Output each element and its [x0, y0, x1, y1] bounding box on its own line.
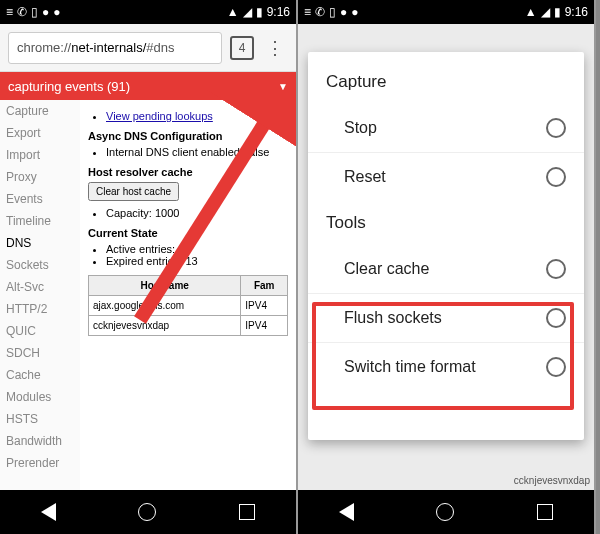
- main-panel: View pending lookups Async DNS Configura…: [80, 100, 296, 490]
- messenger-icon: ●: [340, 5, 347, 19]
- sidebar-item-proxy[interactable]: Proxy: [0, 166, 80, 188]
- status-bar: ≡ ✆ ▯ ● ● ▲ ◢ ▮ 9:16: [0, 0, 296, 24]
- list-icon: ≡: [304, 5, 311, 19]
- sim-icon: ▯: [329, 5, 336, 19]
- pending-lookups-link[interactable]: View pending lookups: [106, 110, 213, 122]
- omnibox-row: chrome://net-internals/#dns 4 ⋮: [0, 24, 296, 72]
- nav-recent-icon[interactable]: [239, 504, 255, 520]
- sidebar-item-cache[interactable]: Cache: [0, 364, 80, 386]
- menu-label: Flush sockets: [344, 309, 442, 327]
- url-field[interactable]: chrome://net-internals/#dns: [8, 32, 222, 64]
- capture-banner-text: capturing events (91): [8, 79, 130, 94]
- expired-entries: Expired entries: 13: [106, 255, 288, 267]
- menu-item-clear-cache[interactable]: Clear cache: [308, 245, 584, 293]
- sidebar-item-prerender[interactable]: Prerender: [0, 452, 80, 474]
- col-family: Fam: [241, 276, 288, 296]
- radio-icon: [546, 259, 566, 279]
- nav-back-icon[interactable]: [41, 503, 56, 521]
- sidebar-item-timeline[interactable]: Timeline: [0, 210, 80, 232]
- overflow-menu-icon[interactable]: ⋮: [262, 37, 288, 59]
- sidebar-item-http2[interactable]: HTTP/2: [0, 298, 80, 320]
- nav-recent-icon[interactable]: [537, 504, 553, 520]
- background-cell: ccknjevesvnxdap: [514, 475, 590, 486]
- menu-label: Clear cache: [344, 260, 429, 278]
- heading-current-state: Current State: [88, 227, 288, 239]
- nav-back-icon[interactable]: [339, 503, 354, 521]
- dropdown-menu: Capture Stop Reset Tools Clear cache Flu…: [308, 52, 584, 440]
- chevron-down-icon: ▼: [278, 81, 288, 92]
- col-hostname: Hostname: [89, 276, 241, 296]
- sidebar-item-import[interactable]: Import: [0, 144, 80, 166]
- sidebar-item-capture[interactable]: Capture: [0, 100, 80, 122]
- list-icon: ≡: [6, 5, 13, 19]
- radio-icon: [546, 308, 566, 328]
- radio-icon: [546, 357, 566, 377]
- sidebar-item-quic[interactable]: QUIC: [0, 320, 80, 342]
- messenger-icon: ●: [42, 5, 49, 19]
- sidebar-item-altsvc[interactable]: Alt-Svc: [0, 276, 80, 298]
- capture-banner[interactable]: capturing events (91) ▼: [0, 72, 296, 100]
- signal-icon: ◢: [541, 5, 550, 19]
- sidebar-item-hsts[interactable]: HSTS: [0, 408, 80, 430]
- active-entries: Active entries: 0: [106, 243, 288, 255]
- messenger-icon-2: ●: [351, 5, 358, 19]
- sidebar-item-bandwidth[interactable]: Bandwidth: [0, 430, 80, 452]
- clock: 9:16: [267, 5, 290, 19]
- menu-label: Stop: [344, 119, 377, 137]
- signal-icon: ◢: [243, 5, 252, 19]
- menu-label: Switch time format: [344, 358, 476, 376]
- sidebar-item-sockets[interactable]: Sockets: [0, 254, 80, 276]
- sidebar-item-sdch[interactable]: SDCH: [0, 342, 80, 364]
- menu-item-reset[interactable]: Reset: [308, 153, 584, 201]
- tab-switcher[interactable]: 4: [230, 36, 254, 60]
- menu-section-capture: Capture: [308, 60, 584, 104]
- table-row: ajax.googleapis.comIPV4: [89, 296, 288, 316]
- whatsapp-icon: ✆: [315, 5, 325, 19]
- nav-home-icon[interactable]: [436, 503, 454, 521]
- dns-client-status: Internal DNS client enabled: false: [106, 146, 288, 158]
- sidebar: CaptureExportImportProxyEventsTimelineDN…: [0, 100, 80, 490]
- sidebar-item-export[interactable]: Export: [0, 122, 80, 144]
- phone-right: ≡ ✆ ▯ ● ● ▲ ◢ ▮ 9:16 ccknjevesvnxdap Cap…: [298, 0, 596, 534]
- whatsapp-icon: ✆: [17, 5, 27, 19]
- battery-icon: ▮: [554, 5, 561, 19]
- android-navbar: [0, 490, 296, 534]
- menu-label: Reset: [344, 168, 386, 186]
- menu-item-flush-sockets[interactable]: Flush sockets: [308, 294, 584, 342]
- android-navbar: [298, 490, 594, 534]
- battery-icon: ▮: [256, 5, 263, 19]
- nav-home-icon[interactable]: [138, 503, 156, 521]
- wifi-icon: ▲: [227, 5, 239, 19]
- wifi-icon: ▲: [525, 5, 537, 19]
- host-table: HostnameFam ajax.googleapis.comIPV4 cckn…: [88, 275, 288, 336]
- phone-left: ≡ ✆ ▯ ● ● ▲ ◢ ▮ 9:16 chrome://net-intern…: [0, 0, 298, 534]
- sidebar-item-dns[interactable]: DNS: [0, 232, 80, 254]
- radio-icon: [546, 167, 566, 187]
- clock: 9:16: [565, 5, 588, 19]
- sidebar-item-events[interactable]: Events: [0, 188, 80, 210]
- messenger-icon-2: ●: [53, 5, 60, 19]
- heading-async-dns: Async DNS Configuration: [88, 130, 288, 142]
- clear-host-cache-button[interactable]: Clear host cache: [88, 182, 179, 201]
- table-row: ccknjevesvnxdapIPV4: [89, 316, 288, 336]
- sim-icon: ▯: [31, 5, 38, 19]
- menu-item-stop[interactable]: Stop: [308, 104, 584, 152]
- menu-item-switch-time[interactable]: Switch time format: [308, 343, 584, 391]
- heading-resolver-cache: Host resolver cache: [88, 166, 288, 178]
- capacity-value: Capacity: 1000: [106, 207, 288, 219]
- status-bar: ≡ ✆ ▯ ● ● ▲ ◢ ▮ 9:16: [298, 0, 594, 24]
- radio-icon: [546, 118, 566, 138]
- menu-section-tools: Tools: [308, 201, 584, 245]
- sidebar-item-modules[interactable]: Modules: [0, 386, 80, 408]
